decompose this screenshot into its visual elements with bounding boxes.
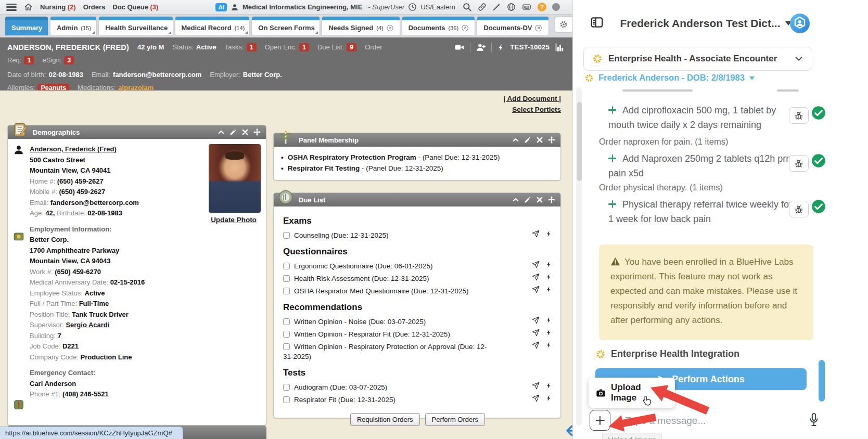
- link-icon[interactable]: [478, 3, 487, 11]
- due-item-checkbox[interactable]: [283, 275, 290, 282]
- timezone[interactable]: US/Eastern: [420, 3, 455, 11]
- help-icon[interactable]: ?: [538, 3, 546, 11]
- close-icon[interactable]: [536, 196, 543, 203]
- due-item-checkbox[interactable]: [283, 384, 290, 391]
- patient-name[interactable]: ANDERSON, FREDERICK (FRED): [7, 43, 129, 51]
- due-item-checkbox[interactable]: [283, 396, 290, 403]
- supervisor-link[interactable]: Sergio Acardi: [66, 321, 109, 329]
- due-item-checkbox[interactable]: [283, 318, 290, 325]
- nav-doc-queue[interactable]: Doc Queue (3): [112, 3, 158, 11]
- add-document-link[interactable]: | Add Document |: [503, 95, 561, 102]
- panel-scrollbar-thumb[interactable]: [819, 360, 825, 402]
- tab-settings-button[interactable]: [555, 17, 572, 32]
- tab-medical-record[interactable]: Medical Record(14): [175, 17, 250, 35]
- perform-now-icon[interactable]: [545, 286, 552, 293]
- send-order-icon[interactable]: [532, 273, 540, 281]
- collapse-icon[interactable]: [218, 128, 225, 136]
- perform-now-icon[interactable]: [545, 382, 552, 390]
- globe-icon[interactable]: [507, 3, 516, 11]
- send-order-icon[interactable]: [532, 382, 540, 390]
- menu-icon[interactable]: [6, 4, 17, 11]
- due-item-checkbox[interactable]: [283, 343, 290, 350]
- due-item-row: Audiogram (Due: 03-07-2025): [283, 381, 552, 393]
- collapse-icon[interactable]: [512, 136, 519, 144]
- perform-now-icon[interactable]: [545, 261, 552, 268]
- tab-documents-dv[interactable]: Documents-DV: [477, 17, 548, 35]
- wand-icon[interactable]: [492, 3, 501, 11]
- edit-icon[interactable]: [524, 136, 531, 144]
- external-link-icon[interactable]: [462, 24, 468, 32]
- send-order-icon[interactable]: [532, 286, 540, 293]
- send-order-icon[interactable]: [532, 329, 540, 337]
- patient-context-link[interactable]: Frederick Anderson - DOB: 2/8/1983: [584, 73, 755, 83]
- perform-orders-button[interactable]: Perform Orders: [425, 413, 486, 426]
- keyboard-icon[interactable]: [521, 3, 532, 11]
- close-icon[interactable]: [241, 128, 249, 136]
- due-list-badge[interactable]: 9: [347, 43, 356, 51]
- patient-name-link[interactable]: Anderson, Frederick (Fred): [30, 145, 117, 153]
- order-link[interactable]: Order: [365, 43, 382, 51]
- move-icon[interactable]: [253, 128, 261, 136]
- video-call-icon[interactable]: [454, 42, 465, 53]
- select-portlets-link[interactable]: Select Portlets: [503, 106, 561, 113]
- chart-stats-icon[interactable]: [555, 42, 565, 53]
- edit-icon[interactable]: [229, 128, 237, 136]
- esign-badge[interactable]: 3: [64, 56, 74, 64]
- tab-admin[interactable]: Admin(15): [50, 17, 96, 35]
- tab-health-surveillance[interactable]: Health Surveillance: [99, 17, 172, 35]
- collapse-icon[interactable]: [512, 196, 519, 203]
- bolt-icon[interactable]: [497, 42, 505, 53]
- upload-image-menu-item[interactable]: Upload Image: [589, 378, 675, 408]
- debug-button[interactable]: [789, 155, 809, 172]
- message-input[interactable]: [625, 413, 797, 429]
- due-item-checkbox[interactable]: [283, 288, 290, 294]
- external-link-icon[interactable]: [535, 24, 542, 32]
- chart-id[interactable]: TEST-10025: [510, 43, 550, 51]
- move-icon[interactable]: [548, 136, 555, 144]
- nav-nursing[interactable]: Nursing (2): [40, 3, 76, 11]
- add-person-icon[interactable]: [476, 42, 486, 53]
- due-item-row: Written Opinion - Noise (Due: 03-07-2025…: [283, 315, 552, 328]
- perform-now-icon[interactable]: [545, 316, 552, 324]
- close-icon[interactable]: [536, 136, 543, 144]
- home-icon[interactable]: [24, 3, 33, 11]
- open-enc-badge[interactable]: 1: [299, 43, 309, 51]
- tab-on-screen-forms[interactable]: On Screen Forms: [252, 17, 320, 35]
- perform-now-icon[interactable]: [545, 273, 552, 281]
- send-order-icon[interactable]: [532, 316, 540, 324]
- send-order-icon[interactable]: [532, 261, 540, 268]
- sidebar-toggle-icon[interactable]: [590, 16, 604, 29]
- update-photo-link[interactable]: Update Photo: [209, 216, 259, 224]
- org-name[interactable]: Medical Informatics Engineering, MIE: [242, 3, 362, 11]
- tab-needs-signed[interactable]: Needs Signed(4): [322, 17, 399, 35]
- chat-scrollbar-thumb[interactable]: [577, 102, 582, 181]
- perform-now-icon[interactable]: [545, 394, 552, 402]
- nav-orders[interactable]: Orders: [83, 3, 106, 11]
- due-item-checkbox[interactable]: [283, 331, 290, 338]
- tab-summary[interactable]: Summary: [5, 17, 48, 35]
- tab-documents[interactable]: Documents(36): [402, 17, 475, 35]
- perform-now-icon[interactable]: [545, 341, 552, 349]
- debug-button[interactable]: [789, 107, 809, 124]
- due-item-checkbox[interactable]: [283, 232, 290, 239]
- search-icon[interactable]: [462, 2, 472, 12]
- edit-icon[interactable]: [524, 196, 531, 203]
- microphone-icon[interactable]: [808, 412, 820, 427]
- requisition-orders-button[interactable]: Requisition Orders: [350, 413, 420, 426]
- context-selector[interactable]: Enterprise Health - Associate Encounter: [583, 47, 812, 71]
- external-link-icon[interactable]: [387, 24, 393, 32]
- send-order-icon[interactable]: [532, 341, 540, 349]
- req-badge[interactable]: 1: [24, 56, 34, 64]
- debug-button[interactable]: [789, 201, 809, 217]
- send-order-icon[interactable]: [532, 230, 540, 238]
- attach-button[interactable]: [590, 410, 610, 431]
- tasks-count-badge[interactable]: 1: [247, 43, 257, 51]
- perform-now-icon[interactable]: [545, 329, 552, 337]
- due-item-checkbox[interactable]: [283, 263, 290, 269]
- chevron-down-icon[interactable]: [794, 54, 803, 63]
- move-icon[interactable]: [548, 196, 555, 203]
- session-title-dropdown[interactable]: Frederick Anderson Test Dict...: [609, 16, 802, 31]
- perform-now-icon[interactable]: [545, 230, 552, 238]
- order-group-label: Order physical therapy. (1 items): [599, 183, 797, 192]
- send-order-icon[interactable]: [532, 394, 540, 402]
